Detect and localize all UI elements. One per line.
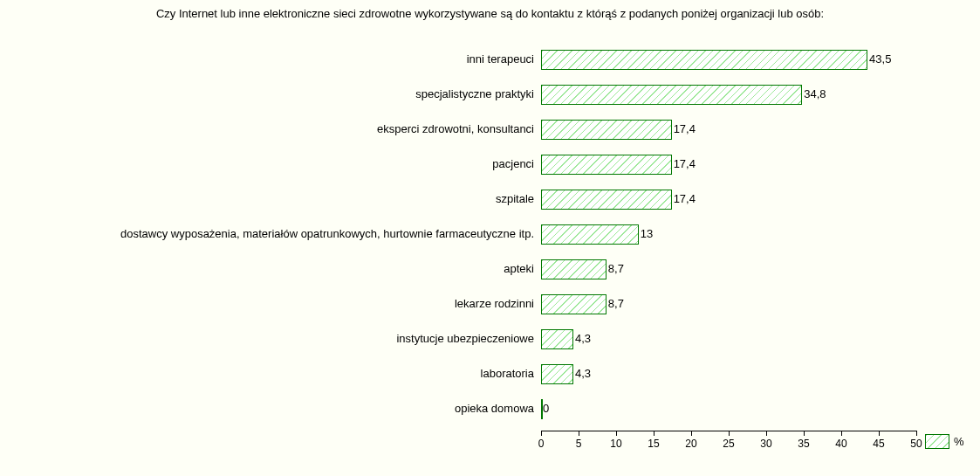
- value-label: 17,4: [674, 192, 696, 205]
- bar-row: opieka domowa0: [541, 391, 916, 426]
- value-label: 4,3: [575, 332, 591, 345]
- value-label: 4,3: [575, 367, 591, 380]
- bar: [541, 224, 639, 245]
- x-tick: [579, 431, 579, 436]
- legend: %: [925, 434, 964, 449]
- category-label: szpitale: [496, 192, 534, 205]
- bar-row: instytucje ubezpieczeniowe4,3: [541, 321, 916, 356]
- chart-title: Czy Internet lub inne elektroniczne siec…: [0, 7, 980, 20]
- bar-row: laboratoria4,3: [541, 356, 916, 391]
- value-label: 8,7: [608, 262, 624, 275]
- bar-row: pacjenci17,4: [541, 147, 916, 182]
- x-tick: [616, 431, 617, 436]
- bar: [541, 85, 802, 105]
- bar: [541, 50, 867, 70]
- x-tick-label: 10: [610, 438, 621, 450]
- category-label: inni terapeuci: [467, 52, 534, 66]
- category-label: opieka domowa: [455, 402, 534, 415]
- legend-label: %: [954, 435, 964, 448]
- bar: [541, 190, 672, 210]
- bar-row: dostawcy wyposażenia, materiałów opatrun…: [541, 217, 916, 252]
- x-tick: [841, 431, 842, 436]
- bar: [541, 120, 672, 140]
- x-tick-label: 40: [835, 438, 846, 450]
- x-tick-label: 30: [760, 438, 771, 450]
- x-tick: [729, 431, 730, 436]
- bar-chart: Czy Internet lub inne elektroniczne siec…: [0, 0, 980, 476]
- legend-swatch-icon: [925, 434, 949, 449]
- category-label: apteki: [504, 262, 534, 275]
- x-tick: [916, 431, 917, 436]
- x-tick-label: 50: [910, 438, 922, 450]
- bar-row: eksperci zdrowotni, konsultanci17,4: [541, 112, 916, 147]
- bar-row: szpitale17,4: [541, 182, 916, 217]
- x-tick: [804, 431, 805, 436]
- value-label: 17,4: [674, 122, 696, 135]
- x-tick: [766, 431, 767, 436]
- category-label: pacjenci: [492, 157, 534, 170]
- value-label: 13: [641, 227, 653, 240]
- bar-row: inni terapeuci43,5: [541, 42, 916, 77]
- x-axis: 05101520253035404550: [541, 431, 916, 466]
- value-label: 17,4: [674, 157, 696, 170]
- category-label: dostawcy wyposażenia, materiałów opatrun…: [120, 227, 534, 240]
- bar: [541, 294, 607, 314]
- value-label: 34,8: [804, 87, 826, 100]
- value-label: 43,5: [869, 52, 891, 66]
- x-tick-label: 20: [685, 438, 696, 450]
- category-label: laboratoria: [481, 367, 534, 380]
- value-label: 8,7: [608, 297, 624, 310]
- category-label: lekarze rodzinni: [455, 297, 534, 310]
- x-tick-label: 15: [648, 438, 659, 450]
- category-label: eksperci zdrowotni, konsultanci: [377, 122, 534, 135]
- x-tick-label: 25: [723, 438, 734, 450]
- bar-row: specjalistyczne praktyki34,8: [541, 77, 916, 112]
- bar-row: lekarze rodzinni8,7: [541, 286, 916, 321]
- plot-area: inni terapeuci43,5specjalistyczne prakty…: [541, 42, 916, 431]
- bar: [541, 329, 573, 349]
- bar-row: apteki8,7: [541, 252, 916, 286]
- x-tick: [541, 431, 542, 436]
- category-label: instytucje ubezpieczeniowe: [396, 332, 534, 345]
- x-tick: [879, 431, 880, 436]
- x-tick-label: 5: [576, 438, 582, 450]
- x-tick-label: 0: [538, 438, 545, 450]
- category-label: specjalistyczne praktyki: [415, 87, 534, 100]
- value-label: 0: [543, 402, 549, 415]
- bar: [541, 364, 573, 384]
- bar: [541, 259, 607, 279]
- bar: [541, 155, 672, 175]
- x-tick: [654, 431, 654, 436]
- x-tick-label: 45: [873, 438, 884, 450]
- x-tick: [691, 431, 692, 436]
- x-tick-label: 35: [798, 438, 809, 450]
